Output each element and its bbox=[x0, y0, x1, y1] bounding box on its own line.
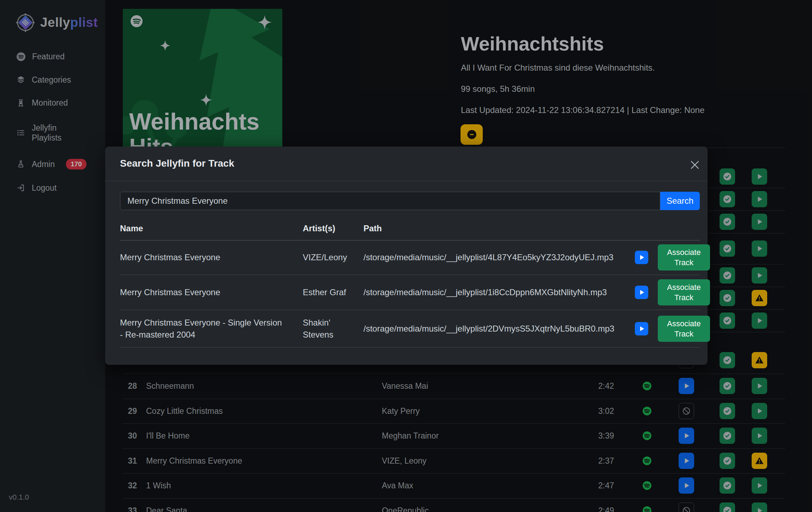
associate-track-button[interactable]: Associate Track bbox=[658, 244, 710, 270]
search-result-row: Merry Christmas Everyone - Single Versio… bbox=[120, 310, 700, 347]
result-artist: VIZE/Leony bbox=[303, 251, 352, 263]
result-path: /storage/media/music/__jellyplist/4L87Y4… bbox=[363, 251, 614, 263]
result-name: Merry Christmas Everyone bbox=[120, 286, 286, 298]
search-result-row: Merry Christmas Everyone Esther Graf /st… bbox=[120, 275, 700, 310]
play-result-button[interactable] bbox=[635, 286, 648, 299]
play-icon bbox=[637, 253, 646, 262]
close-icon[interactable] bbox=[687, 159, 699, 171]
search-button[interactable]: Search bbox=[660, 192, 700, 210]
play-result-button[interactable] bbox=[635, 251, 648, 264]
column-header-artist: Artist(s) bbox=[303, 224, 335, 233]
modal-title: Search Jellyfin for Track bbox=[120, 158, 234, 169]
result-artist: Esther Graf bbox=[303, 286, 352, 298]
search-result-row: Merry Christmas Everyone VIZE/Leony /sto… bbox=[120, 240, 700, 275]
associate-track-button[interactable]: Associate Track bbox=[658, 279, 710, 305]
play-result-button[interactable] bbox=[635, 322, 648, 335]
associate-track-button[interactable]: Associate Track bbox=[658, 316, 710, 342]
play-icon bbox=[637, 288, 646, 297]
result-name: Merry Christmas Everyone - Single Versio… bbox=[120, 317, 286, 341]
result-path: /storage/media/music/__jellyplist/1i8CcD… bbox=[363, 286, 614, 298]
result-artist: Shakin' Stevens bbox=[303, 317, 352, 341]
search-jellyfin-modal: Search Jellyfin for Track Search Name Ar… bbox=[105, 147, 708, 365]
result-path: /storage/media/music/__jellyplist/2DVmys… bbox=[363, 323, 614, 335]
search-input[interactable] bbox=[120, 192, 660, 210]
result-name: Merry Christmas Everyone bbox=[120, 251, 286, 263]
play-icon bbox=[637, 325, 646, 333]
column-header-name: Name bbox=[120, 224, 143, 233]
column-header-path: Path bbox=[363, 224, 382, 233]
